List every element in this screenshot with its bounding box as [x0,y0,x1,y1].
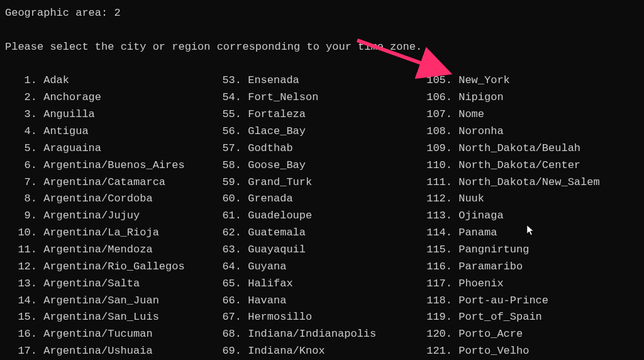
list-item-number: 9 [5,208,31,225]
list-item[interactable]: 117. Phoenix [420,276,639,293]
list-item-name: Ensenada [248,74,299,86]
list-item-name: Port-au-Prince [458,295,548,307]
list-item-name: Argentina/Buenos_Aires [43,159,184,171]
list-item-number: 2 [5,89,31,106]
list-item-separator: . [235,176,248,188]
list-item[interactable]: 108. Noronha [420,123,639,140]
list-item[interactable]: 54. Fort_Nelson [209,89,420,106]
list-item[interactable]: 112. Nuuk [420,191,639,208]
list-item-number: 55 [209,106,235,123]
list-item[interactable]: 57. Godthab [209,140,420,157]
list-item-separator: . [31,295,43,307]
list-item-name: Guadeloupe [248,210,312,222]
list-item-separator: . [446,244,458,256]
list-item-separator: . [446,295,458,307]
list-item[interactable]: 7. Argentina/Catamarca [5,174,209,191]
list-item[interactable]: 63. Guayaquil [209,242,420,259]
list-item-number: 16 [5,326,31,343]
list-item-separator: . [446,227,458,239]
list-item-separator: . [446,210,458,222]
list-item-separator: . [235,244,248,256]
list-item[interactable]: 5. Araguaina [5,140,209,157]
city-column-1: 1. Adak2. Anchorage3. Anguilla4. Antigua… [5,72,209,360]
list-item[interactable]: 66. Havana [209,293,420,310]
list-item[interactable]: 118. Port-au-Prince [420,293,639,310]
list-item[interactable]: 53. Ensenada [209,72,420,89]
list-item[interactable]: 107. Nome [420,106,639,123]
list-item[interactable]: 113. Ojinaga [420,208,639,225]
list-item[interactable]: 6. Argentina/Buenos_Aires [5,157,209,174]
list-item-name: Noronha [458,125,503,137]
list-item-separator: . [446,193,458,205]
list-item-name: Paramaribo [458,261,523,273]
list-item[interactable]: 16. Argentina/Tucuman [5,326,209,343]
list-item-name: Argentina/Rio_Gallegos [43,261,184,273]
list-item-separator: . [235,125,248,137]
list-item[interactable]: 67. Hermosillo [209,309,420,326]
list-item-number: 62 [209,225,235,242]
list-item[interactable]: 68. Indiana/Indianapolis [209,326,420,343]
list-item-name: Fort_Nelson [248,91,318,103]
list-item[interactable]: 2. Anchorage [5,89,209,106]
list-item[interactable]: 14. Argentina/San_Juan [5,293,209,310]
list-item[interactable]: 105. New_York [420,72,639,89]
list-item-separator: . [31,108,43,120]
list-item-number: 68 [209,326,235,343]
list-item-name: Port_of_Spain [458,311,542,323]
list-item[interactable]: 119. Port_of_Spain [420,309,639,326]
list-item[interactable]: 17. Argentina/Ushuaia [5,343,209,360]
list-item[interactable]: 8. Argentina/Cordoba [5,191,209,208]
list-item-name: Argentina/Cordoba [43,193,152,205]
list-item[interactable]: 55. Fortaleza [209,106,420,123]
list-item-separator: . [31,176,43,188]
city-column-2: 53. Ensenada54. Fort_Nelson55. Fortaleza… [209,72,420,360]
list-item-number: 65 [209,276,235,293]
city-column-3: 105. New_York106. Nipigon107. Nome108. N… [420,72,639,360]
list-item[interactable]: 12. Argentina/Rio_Gallegos [5,259,209,276]
list-item[interactable]: 115. Pangnirtung [420,242,639,259]
list-item[interactable]: 62. Guatemala [209,225,420,242]
list-item[interactable]: 64. Guyana [209,259,420,276]
list-item-separator: . [31,91,43,103]
list-item-separator: . [446,159,458,171]
list-item[interactable]: 69. Indiana/Knox [209,343,420,360]
list-item[interactable]: 120. Porto_Acre [420,326,639,343]
list-item[interactable]: 106. Nipigon [420,89,639,106]
list-item-number: 109 [420,140,446,157]
list-item-number: 118 [420,293,446,310]
list-item[interactable]: 60. Grenada [209,191,420,208]
list-item[interactable]: 61. Guadeloupe [209,208,420,225]
list-item-name: Anguilla [43,108,95,120]
list-item-number: 64 [209,259,235,276]
list-item[interactable]: 58. Goose_Bay [209,157,420,174]
list-item-separator: . [235,311,248,323]
list-item-separator: . [31,159,43,171]
list-item-separator: . [446,311,458,323]
list-item-name: Phoenix [458,278,503,290]
list-item[interactable]: 10. Argentina/La_Rioja [5,225,209,242]
list-item[interactable]: 116. Paramaribo [420,259,639,276]
list-item[interactable]: 121. Porto_Velho [420,343,639,360]
list-item-separator: . [446,142,458,154]
list-item[interactable]: 15. Argentina/San_Luis [5,309,209,326]
list-item[interactable]: 9. Argentina/Jujuy [5,208,209,225]
list-item[interactable]: 11. Argentina/Mendoza [5,242,209,259]
list-item[interactable]: 111. North_Dakota/New_Salem [420,174,639,191]
list-item[interactable]: 4. Antigua [5,123,209,140]
list-item[interactable]: 59. Grand_Turk [209,174,420,191]
list-item-name: New_York [458,74,510,86]
list-item-name: Halifax [248,278,292,290]
list-item-separator: . [235,159,248,171]
list-item-name: Indiana/Indianapolis [248,328,376,340]
list-item[interactable]: 1. Adak [5,72,209,89]
list-item-name: North_Dakota/Beulah [458,142,580,154]
list-item[interactable]: 13. Argentina/Salta [5,276,209,293]
list-item-separator: . [235,142,248,154]
list-item-number: 111 [420,174,446,191]
list-item[interactable]: 3. Anguilla [5,106,209,123]
list-item[interactable]: 110. North_Dakota/Center [420,157,639,174]
list-item[interactable]: 65. Halifax [209,276,420,293]
list-item-number: 120 [420,326,446,343]
list-item[interactable]: 109. North_Dakota/Beulah [420,140,639,157]
list-item[interactable]: 56. Glace_Bay [209,123,420,140]
